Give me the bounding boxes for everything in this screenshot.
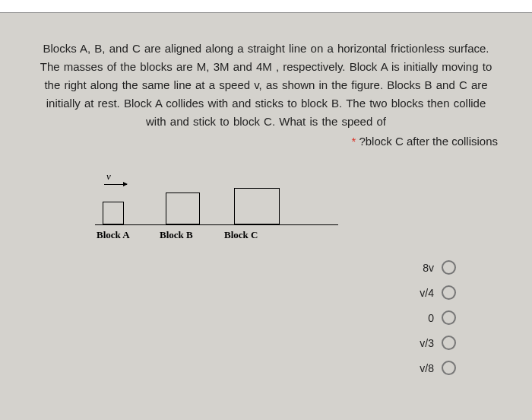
radio-button[interactable] [442,310,456,325]
block-c-shape [234,188,280,224]
required-asterisk: * [352,135,356,148]
option-label: v/3 [420,337,434,349]
option-row: v/3 [34,336,456,350]
question-trailing-text: ?block C after the collisions [359,135,498,148]
answer-options: 8v v/4 0 v/3 v/8 [34,260,498,375]
option-label: v/4 [420,287,434,299]
block-a-shape [103,202,124,224]
option-row: 0 [34,310,456,325]
velocity-arrow-icon [104,184,127,185]
block-b-label: Block B [160,229,201,241]
option-row: 8v [34,260,456,275]
block-a-label: Block A [97,229,138,241]
velocity-symbol: v [106,170,338,183]
radio-button[interactable] [442,361,456,375]
physics-figure: v Block A Block B Block C [95,170,338,241]
option-label: 0 [428,312,434,324]
question-text: Blocks A, B, and C are aligned along a s… [34,40,498,131]
radio-button[interactable] [442,285,456,300]
block-labels-row: Block A Block B Block C [95,229,338,241]
option-label: 8v [423,262,434,274]
question-container: Blocks A, B, and C are aligned along a s… [0,13,532,401]
option-row: v/4 [34,285,456,300]
page-top-strip [0,0,532,13]
radio-button[interactable] [442,260,456,275]
radio-button[interactable] [442,336,456,350]
block-c-label: Block C [224,229,266,241]
question-trailing-line: *?block C after the collisions [34,135,498,148]
option-label: v/8 [420,362,434,374]
block-b-shape [166,192,200,224]
option-row: v/8 [34,361,456,375]
blocks-row [95,186,338,225]
